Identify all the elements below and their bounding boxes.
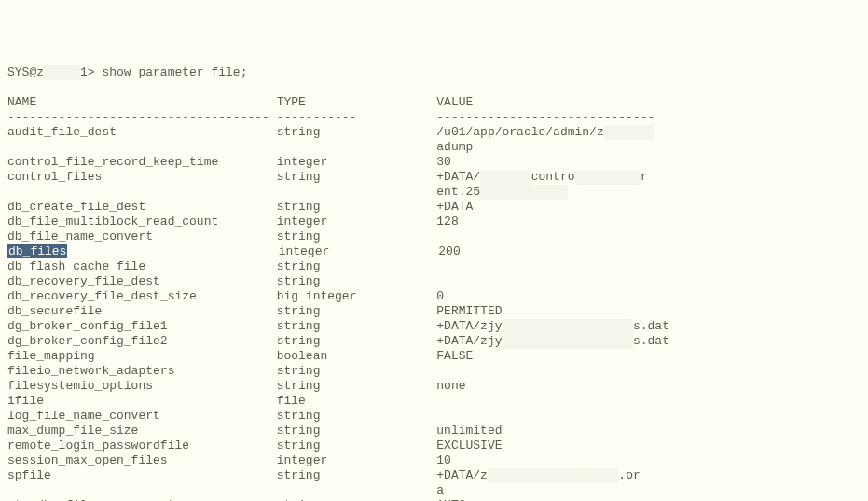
param-row: file_mapping boolean FALSE [7, 349, 861, 364]
param-value: /u01/app/oracle/admin/z [436, 125, 603, 139]
param-value: 200 [438, 244, 460, 258]
param-name-highlighted: db_files [7, 244, 67, 258]
param-value: unlimited [436, 424, 502, 438]
param-row: db_file_name_convert string [7, 230, 861, 244]
param-row: control_file_record_keep_time integer 30 [7, 155, 861, 170]
prompt-suffix: 1> [80, 65, 102, 79]
param-row: db_files integer 200 [7, 244, 861, 259]
redacted: ysl/dr2zjyysl_prim [503, 334, 633, 349]
param-row: dg_broker_config_file2 string +DATA/zjyy… [7, 334, 861, 349]
param-row: filesystemio_options string none [7, 379, 861, 394]
param-row: db_create_file_dest string +DATA [7, 200, 861, 215]
param-row: db_file_multiblock_read_count integer 12… [7, 215, 861, 230]
param-value: +DATA/zjy [436, 334, 502, 348]
redacted: jyysl1/ [604, 125, 655, 140]
param-value: none [436, 379, 465, 393]
param-value: 30 [436, 155, 451, 169]
blank-line [7, 80, 861, 95]
param-row: session_max_open_files integer 10 [7, 453, 861, 468]
param-value: PERMITTED [436, 304, 502, 318]
redacted: jyysl/spfilezjyysl [488, 468, 618, 483]
divider-row: ------------------------------------ ---… [7, 110, 861, 125]
param-row-cont: ent.258.1023895373 [7, 185, 861, 200]
prompt-line-1[interactable]: SYS@zjyysl1> show parameter file; [7, 65, 861, 80]
param-row: log_file_name_convert string [7, 409, 861, 424]
param-row: audit_file_dest string /u01/app/oracle/a… [7, 125, 861, 140]
param-row-cont: a [7, 483, 861, 498]
param-row: db_securefile string PERMITTED [7, 304, 861, 319]
param-row: fileio_network_adapters string [7, 364, 861, 379]
redacted: ysl/dr1zjyysl_prim [503, 319, 633, 334]
param-value: 128 [436, 215, 458, 229]
param-row: spfile string +DATA/zjyysl/spfilezjyysl.… [7, 468, 861, 483]
header-row: NAME TYPE VALUE [7, 95, 861, 110]
param-row: ifile file [7, 394, 861, 409]
prompt-prefix: SYS@z [7, 65, 44, 79]
param-row-cont: adump [7, 140, 861, 155]
redacted: zjyysl/ [480, 170, 531, 185]
param-value: +DATA/zjy [436, 319, 502, 333]
param-row: db_flash_cache_file string [7, 259, 861, 274]
param-value: +DATA [436, 200, 473, 214]
param-row: db_recovery_file_dest_size big integer 0 [7, 289, 861, 304]
command-text: show parameter file; [102, 65, 247, 79]
param-row: control_files string +DATA/zjyysl/contro… [7, 170, 861, 185]
param-value: 0 [436, 289, 444, 303]
redacted: 8.1023895373 [480, 185, 568, 200]
redacted: jyysl [44, 65, 80, 80]
param-value: +DATA/ [436, 170, 480, 184]
param-value: +DATA/z [436, 468, 488, 482]
param-row: remote_login_passwordfile string EXCLUSI… [7, 438, 861, 453]
param-value: 10 [436, 453, 451, 467]
param-value: FALSE [436, 349, 473, 363]
param-row: dg_broker_config_file1 string +DATA/zjyy… [7, 319, 861, 334]
param-row: db_recovery_file_dest string [7, 274, 861, 289]
redacted: lfile/cur [575, 170, 641, 185]
param-value: EXCLUSIVE [436, 438, 502, 452]
param-row: max_dump_file_size string unlimited [7, 424, 861, 438]
